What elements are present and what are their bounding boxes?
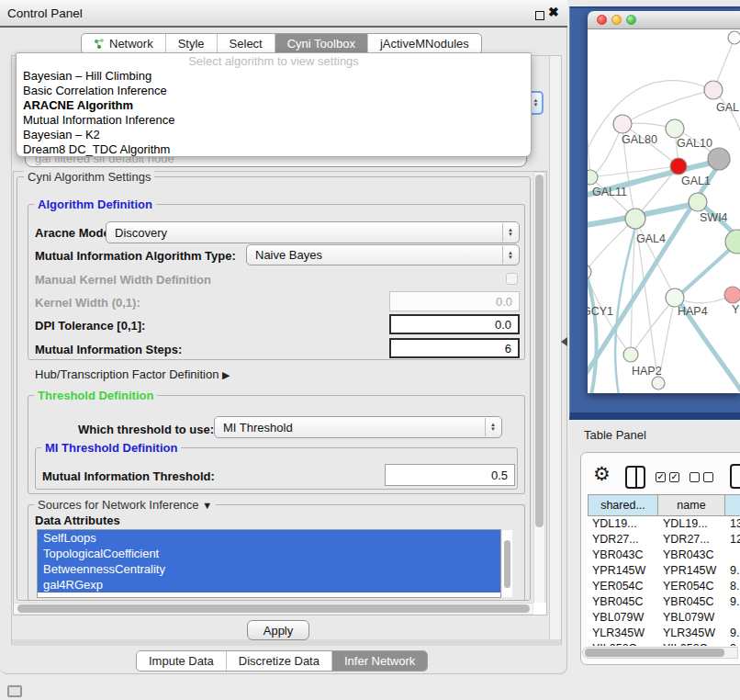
- mi-type-combo[interactable]: Naive Bayes ▲▼: [246, 244, 520, 265]
- checked-checkbox-icon[interactable]: ✓: [669, 472, 679, 482]
- manual-kernel-checkbox[interactable]: [506, 273, 518, 285]
- graph-node-gal[interactable]: [704, 81, 723, 99]
- close-icon[interactable]: ✖: [548, 5, 559, 19]
- table-cell: YDR27...: [588, 532, 658, 548]
- graph-node-hap4[interactable]: [666, 288, 684, 307]
- kernel-width-input[interactable]: 0.0: [389, 291, 520, 311]
- table-row[interactable]: YBL079WYBL079W: [588, 610, 740, 626]
- graph-edge[interactable]: [588, 219, 635, 272]
- window-zoom-icon[interactable]: [626, 15, 636, 25]
- dropdown-item-bayesian-k2[interactable]: Bayesian – K2: [17, 128, 531, 142]
- tab-select[interactable]: Select: [218, 34, 275, 53]
- aracne-mode-combo[interactable]: Discovery ▲▼: [106, 221, 520, 243]
- which-threshold-combo[interactable]: MI Threshold ▲▼: [214, 416, 502, 438]
- graph-node-label: GCY1: [588, 305, 613, 318]
- graph-node-gal4[interactable]: [625, 209, 645, 229]
- checked-checkbox-icon[interactable]: ✓: [656, 472, 666, 482]
- attr-item-betweennesscentrality[interactable]: BetweennessCentrality: [38, 561, 500, 577]
- attr-list-scroll-thumb[interactable]: [504, 540, 510, 588]
- data-attributes-list[interactable]: SelfLoopsTopologicalCoefficientBetweenne…: [37, 529, 501, 598]
- graph-node-label: GAL1: [681, 175, 711, 187]
- tab-label: Select: [230, 37, 263, 51]
- table-cell: YBL079W: [658, 610, 725, 626]
- dropdown-item-aracne-algorithm[interactable]: ARACNE Algorithm: [17, 98, 531, 113]
- window-close-icon[interactable]: [597, 15, 607, 25]
- tab-cyni-toolbox[interactable]: Cyni Toolbox: [275, 34, 368, 53]
- dropdown-item-bayesian-hill-climbing[interactable]: Bayesian – Hill Climbing: [17, 69, 531, 84]
- graph-node-label: GAL11: [592, 186, 627, 198]
- column-header-shared[interactable]: shared...: [588, 494, 658, 516]
- tab-jactivemnodules[interactable]: jActiveMNodules: [368, 34, 481, 53]
- table-row[interactable]: YBR043CYBR043C: [588, 548, 740, 563]
- mi-threshold-group-title: MI Threshold Definition: [41, 441, 181, 455]
- graph-node-gcy1[interactable]: [588, 265, 591, 279]
- tab-network[interactable]: Network: [82, 34, 166, 53]
- dropdown-item-mutual-information-inference[interactable]: Mutual Information Inference: [17, 113, 531, 128]
- window-minimize-icon[interactable]: [611, 15, 622, 25]
- graph-node-gal11[interactable]: [588, 170, 598, 185]
- attr-item-gal4rgexp[interactable]: gal4RGexp: [38, 577, 500, 593]
- table-row[interactable]: YDL19...YDL19...13: [588, 516, 740, 532]
- tab-label: Style: [178, 37, 205, 51]
- column-header-2[interactable]: [725, 494, 740, 516]
- table-row[interactable]: YLR345WYLR345W9.: [588, 626, 740, 641]
- column-partial-icon[interactable]: [730, 464, 740, 489]
- network-window-titlebar[interactable]: [588, 11, 740, 29]
- graph-edge[interactable]: [622, 90, 713, 124]
- dropdown-item-basic-correlation-inference[interactable]: Basic Correlation Inference: [17, 84, 531, 98]
- table-row[interactable]: YDR27...YDR27...12: [588, 532, 740, 548]
- tab-style[interactable]: Style: [166, 34, 218, 53]
- graph-node-label: HAP4: [678, 305, 708, 318]
- unchecked-checkbox-icon[interactable]: [690, 472, 700, 482]
- mi-steps-input[interactable]: 6: [389, 338, 520, 358]
- hub-definition-expander[interactable]: Hub/Transcription Factor Definition ▶: [35, 367, 230, 381]
- split-columns-icon[interactable]: [625, 466, 645, 489]
- table-row[interactable]: YBR045CYBR045C9.: [588, 594, 740, 610]
- settings-vscroll-thumb[interactable]: [535, 175, 544, 527]
- sources-group-title[interactable]: Sources for Network Inference ▼: [34, 498, 216, 512]
- bottom-tab-infer-network[interactable]: Infer Network: [332, 651, 427, 671]
- graph-node-hap2[interactable]: [623, 347, 638, 362]
- table-hscroll-thumb[interactable]: [585, 649, 724, 657]
- graph-node-gal10[interactable]: [666, 119, 684, 138]
- graph-node-swi4[interactable]: [689, 193, 707, 211]
- aracne-mode-label: Aracne Mode:: [35, 226, 114, 240]
- attr-item-selfloops[interactable]: SelfLoops: [38, 530, 500, 546]
- network-canvas[interactable]: GALGAL80GAL10GAL1GAL11SWI4GAL4GCY1HAP4YH…: [588, 29, 740, 393]
- table-cell: YPR145W: [658, 563, 725, 579]
- graph-node[interactable]: [652, 377, 665, 390]
- table-panel-title: Table Panel: [584, 428, 646, 442]
- which-threshold-value: MI Threshold: [223, 421, 293, 435]
- outer-vertical-scrollbar[interactable]: [549, 56, 561, 644]
- graph-node-gal80[interactable]: [613, 115, 632, 133]
- gear-icon[interactable]: ⚙: [593, 463, 611, 485]
- unchecked-checkbox-icon[interactable]: [703, 472, 713, 482]
- table-row[interactable]: YIL052CYIL052C9.: [588, 641, 740, 646]
- threshold-definition-title: Threshold Definition: [34, 389, 157, 402]
- collapsed-panel-icon[interactable]: [7, 685, 22, 697]
- tab-label: Cyni Toolbox: [287, 37, 355, 51]
- splitter-collapse-icon[interactable]: [556, 337, 567, 346]
- combo-spinner-icon: ▲▼: [502, 223, 518, 242]
- network-graph: GALGAL80GAL10GAL1GAL11SWI4GAL4GCY1HAP4YH…: [588, 29, 740, 393]
- apply-button[interactable]: Apply: [247, 620, 309, 640]
- table-row[interactable]: YER054CYER054C8.: [588, 579, 740, 594]
- table-row[interactable]: YPR145WYPR145W9.: [588, 563, 740, 579]
- graph-node[interactable]: [708, 148, 730, 170]
- scrollbar-corner: [533, 603, 546, 615]
- settings-hscroll-thumb[interactable]: [17, 604, 530, 613]
- graph-node[interactable]: [728, 31, 740, 44]
- bottom-tab-discretize-data[interactable]: Discretize Data: [227, 651, 332, 671]
- float-window-icon[interactable]: [535, 11, 544, 20]
- dpi-tolerance-input[interactable]: 0.0: [389, 314, 520, 334]
- graph-node-y[interactable]: [724, 287, 740, 303]
- column-header-name[interactable]: name: [658, 494, 725, 516]
- mi-threshold-input[interactable]: 0.5: [385, 464, 515, 486]
- bottom-tab-impute-data[interactable]: Impute Data: [137, 651, 227, 671]
- attr-item-topologicalcoefficient[interactable]: TopologicalCoefficient: [38, 546, 500, 561]
- table-cell: YDL19...: [588, 516, 658, 532]
- dropdown-item-dream8-dc-tdc-algorithm[interactable]: Dream8 DC_TDC Algorithm: [17, 142, 531, 157]
- graph-node-gal1[interactable]: [670, 158, 687, 175]
- table-cell: 9.: [725, 563, 740, 579]
- table-cell: 9.: [725, 594, 740, 610]
